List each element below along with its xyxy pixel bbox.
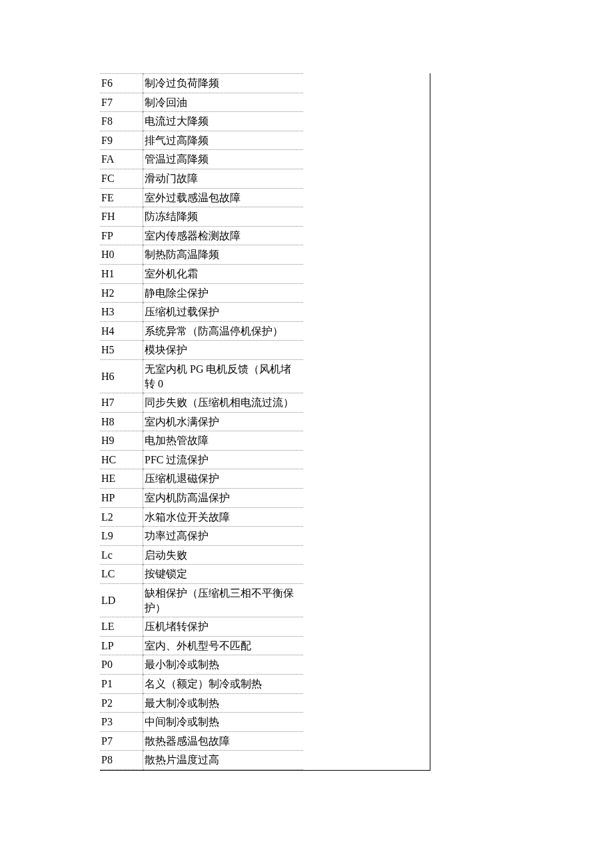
desc-cell: 系统异常（防高温停机保护） [143,321,304,341]
desc-cell: 室内机防高温保护 [143,489,304,508]
code-cell: F9 [100,131,143,150]
error-code-table: F6制冷过负荷降频F7制冷回油F8电流过大降频F9排气过高降频FA管温过高降频F… [100,73,303,770]
desc-cell: 室内机水满保护 [143,412,304,431]
table-row: Lc启动失败 [100,545,303,565]
table-row: H2静电除尘保护 [100,283,303,303]
desc-cell: PFC 过流保护 [143,450,304,469]
desc-cell: 最小制冷或制热 [143,655,304,675]
table-row: H1室外机化霜 [100,264,303,283]
code-cell: H8 [100,412,143,431]
table-row: H8室内机水满保护 [100,412,303,431]
table-row: HP室内机防高温保护 [100,489,303,508]
desc-cell: 启动失败 [143,545,304,565]
code-cell: HP [100,489,143,508]
table-row: F6制冷过负荷降频 [100,74,303,93]
code-cell: H7 [100,393,143,413]
desc-cell: 缺相保护（压缩机三相不平衡保护） [143,584,304,617]
desc-cell: 制热防高温降频 [143,245,304,265]
desc-cell: 压缩机退磁保护 [143,469,304,489]
table-row: FH防冻结降频 [100,207,303,227]
code-cell: LP [100,636,143,655]
table-row: FE室外过载感温包故障 [100,188,303,207]
code-cell: H4 [100,321,143,341]
table-row: P2最大制冷或制热 [100,693,303,713]
desc-cell: 无室内机 PG 电机反馈（风机堵转 0 [143,359,304,393]
table-row: H3压缩机过载保护 [100,303,303,322]
code-cell: HC [100,450,143,469]
code-cell: Lc [100,545,143,565]
code-cell: P0 [100,655,143,675]
code-cell: LD [100,584,143,617]
desc-cell: 电流过大降频 [143,112,304,131]
desc-cell: 散热器感温包故障 [143,731,304,751]
code-cell: F8 [100,112,143,131]
table-wrapper: F6制冷过负荷降频F7制冷回油F8电流过大降频F9排气过高降频FA管温过高降频F… [100,73,430,771]
desc-cell: 压机堵转保护 [143,617,304,637]
table-row: H9电加热管故障 [100,431,303,451]
table-row: P7散热器感温包故障 [100,731,303,751]
code-cell: H9 [100,431,143,451]
code-cell: FC [100,169,143,188]
table-row: P0最小制冷或制热 [100,655,303,675]
table-row: P1名义（额定）制冷或制热 [100,675,303,694]
desc-cell: 静电除尘保护 [143,283,304,303]
desc-cell: 制冷回油 [143,93,304,112]
table-row: H0制热防高温降频 [100,245,303,265]
code-cell: F6 [100,74,143,93]
desc-cell: 防冻结降频 [143,207,304,227]
code-cell: LC [100,565,143,584]
table-row: LP室内、外机型号不匹配 [100,636,303,655]
table-row: F9排气过高降频 [100,131,303,150]
desc-cell: 功率过高保护 [143,527,304,546]
table-row: F7制冷回油 [100,93,303,112]
code-cell: L9 [100,527,143,546]
desc-cell: 名义（额定）制冷或制热 [143,675,304,694]
code-cell: FP [100,226,143,245]
code-cell: FA [100,150,143,169]
code-cell: P2 [100,693,143,713]
desc-cell: 模块保护 [143,341,304,360]
code-cell: H3 [100,303,143,322]
table-row: L2水箱水位开关故障 [100,507,303,527]
table-row: LD缺相保护（压缩机三相不平衡保护） [100,584,303,617]
table-row: FA管温过高降频 [100,150,303,169]
code-cell: H1 [100,264,143,283]
table-row: HCPFC 过流保护 [100,450,303,469]
table-row: P8散热片温度过高 [100,751,303,770]
code-cell: H2 [100,283,143,303]
desc-cell: 水箱水位开关故障 [143,507,304,527]
desc-cell: 制冷过负荷降频 [143,74,304,93]
code-cell: H6 [100,359,143,393]
table-row: H7同步失败（压缩机相电流过流） [100,393,303,413]
desc-cell: 滑动门故障 [143,169,304,188]
desc-cell: 中间制冷或制热 [143,713,304,732]
table-row: F8电流过大降频 [100,112,303,131]
table-row: FC滑动门故障 [100,169,303,188]
desc-cell: 室内传感器检测故障 [143,226,304,245]
code-cell: P3 [100,713,143,732]
code-cell: LE [100,617,143,637]
code-cell: HE [100,469,143,489]
table-row: LE压机堵转保护 [100,617,303,637]
code-cell: P1 [100,675,143,694]
desc-cell: 电加热管故障 [143,431,304,451]
table-row: HE压缩机退磁保护 [100,469,303,489]
desc-cell: 室外机化霜 [143,264,304,283]
table-row: L9功率过高保护 [100,527,303,546]
desc-cell: 同步失败（压缩机相电流过流） [143,393,304,413]
code-cell: FH [100,207,143,227]
code-cell: P8 [100,751,143,770]
desc-cell: 散热片温度过高 [143,751,304,770]
desc-cell: 排气过高降频 [143,131,304,150]
table-row: H6无室内机 PG 电机反馈（风机堵转 0 [100,359,303,393]
desc-cell: 按键锁定 [143,565,304,584]
desc-cell: 最大制冷或制热 [143,693,304,713]
desc-cell: 室外过载感温包故障 [143,188,304,207]
table-row: LC按键锁定 [100,565,303,584]
desc-cell: 管温过高降频 [143,150,304,169]
table-row: P3中间制冷或制热 [100,713,303,732]
desc-cell: 室内、外机型号不匹配 [143,636,304,655]
code-cell: P7 [100,731,143,751]
code-cell: H0 [100,245,143,265]
code-cell: H5 [100,341,143,360]
